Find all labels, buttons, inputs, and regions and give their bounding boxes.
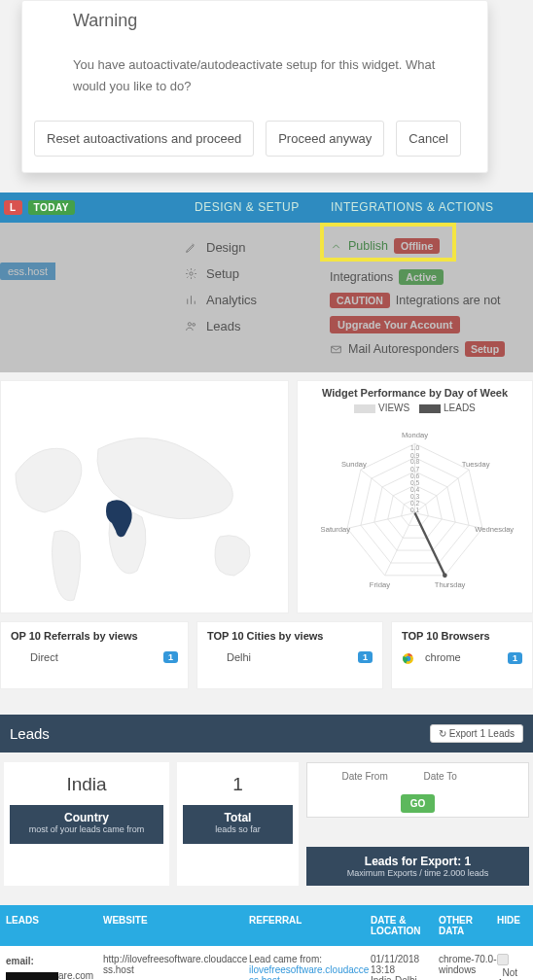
svg-text:0.6: 0.6 bbox=[410, 472, 420, 479]
export-leads-button[interactable]: ↻ Export 1 Leads bbox=[430, 724, 523, 743]
redacted-bar bbox=[6, 972, 58, 980]
cancel-button[interactable]: Cancel bbox=[396, 121, 460, 157]
chevron-up-icon bbox=[330, 240, 342, 253]
leads-table-header: LEADS WEBSITE REFERRAL DATE & LOCATION O… bbox=[0, 905, 533, 946]
world-map-icon bbox=[1, 381, 288, 614]
modal-message: You have autoactivate/autodeactivate set… bbox=[22, 31, 487, 121]
date-from-input[interactable] bbox=[338, 767, 416, 786]
host-tag[interactable]: ess.host bbox=[0, 262, 55, 280]
table-row: email: are.com Wheel Result: Free Shippi… bbox=[0, 946, 533, 980]
publish-label: Publish bbox=[348, 239, 388, 253]
svg-text:0.4: 0.4 bbox=[410, 486, 420, 493]
envelope-icon bbox=[330, 343, 342, 356]
leads-body: India Country most of your leads came fr… bbox=[0, 752, 533, 895]
date-to-input[interactable] bbox=[420, 767, 498, 786]
export-info: Leads for Export: 1 Maximum Exports / ti… bbox=[306, 847, 529, 886]
caution-pill: CAUTION bbox=[330, 293, 390, 308]
top-browsers-panel: TOP 10 Browsers chrome 1 bbox=[391, 621, 533, 689]
upgrade-row[interactable]: Upgrade Your Account bbox=[330, 312, 533, 337]
cell-date: 01/11/2018 13:18 India-Delhi bbox=[371, 954, 439, 980]
referral-item: Direct bbox=[11, 651, 58, 663]
integrations-row[interactable]: Integrations Active bbox=[330, 258, 533, 289]
today-pill: TODAY bbox=[28, 200, 75, 215]
svg-line-16 bbox=[415, 513, 445, 576]
svg-point-1 bbox=[188, 323, 191, 326]
top-browsers-title: TOP 10 Browsers bbox=[402, 630, 522, 642]
top10-row: OP 10 Referrals by views Direct 1 TOP 10… bbox=[0, 621, 533, 701]
chart-legend: VIEWS LEADS bbox=[303, 402, 526, 413]
svg-text:Friday: Friday bbox=[370, 580, 390, 589]
svg-text:0.1: 0.1 bbox=[410, 507, 420, 513]
charts-row: Widget Performance by Day of Week VIEWS … bbox=[0, 372, 533, 621]
svg-text:1.0: 1.0 bbox=[410, 444, 420, 451]
bar-chart-icon bbox=[185, 294, 197, 306]
design-menu: Design Setup Analytics Leads bbox=[185, 223, 326, 372]
menu-design[interactable]: Design bbox=[185, 234, 326, 261]
svg-rect-3 bbox=[332, 346, 341, 353]
top-cities-title: TOP 10 Cities by views bbox=[207, 630, 373, 642]
cell-website: http://ilovefreesoftware.cloudaccess.hos… bbox=[103, 954, 249, 980]
svg-text:0.8: 0.8 bbox=[410, 458, 420, 465]
radar-chart-panel: Widget Performance by Day of Week VIEWS … bbox=[297, 380, 533, 613]
svg-point-17 bbox=[443, 574, 447, 578]
filter-box: GO Leads for Export: 1 Maximum Exports /… bbox=[306, 762, 529, 886]
city-count-badge: 1 bbox=[358, 651, 373, 663]
svg-text:Sunday: Sunday bbox=[341, 460, 367, 469]
section-header: L TODAY DESIGN & SETUP INTEGRATIONS & AC… bbox=[0, 192, 533, 223]
integrations-actions-header[interactable]: INTEGRATIONS & ACTIONS bbox=[331, 200, 533, 215]
world-map-panel bbox=[0, 380, 289, 613]
svg-point-2 bbox=[193, 324, 195, 327]
modal-button-row: Reset autoactivations and proceed Procee… bbox=[22, 121, 487, 157]
svg-line-13 bbox=[385, 513, 415, 576]
offline-pill: Offline bbox=[394, 238, 440, 254]
publish-row[interactable]: Publish Offline bbox=[330, 230, 533, 258]
referral-link[interactable]: ilovefreesoftware.cloudaccess.host bbox=[249, 964, 369, 980]
country-card: India Country most of your leads came fr… bbox=[4, 762, 169, 886]
pencil-icon bbox=[185, 241, 197, 254]
referral-count-badge: 1 bbox=[163, 651, 178, 663]
menu-leads[interactable]: Leads bbox=[185, 313, 326, 339]
go-button[interactable]: GO bbox=[401, 794, 436, 813]
modal-title: Warning bbox=[22, 9, 487, 31]
warning-modal: Warning You have autoactivate/autodeacti… bbox=[21, 0, 488, 173]
cell-other: chrome-70.0-windows bbox=[439, 954, 497, 980]
top-cities-panel: TOP 10 Cities by views Delhi 1 bbox=[196, 621, 383, 689]
leads-title: Leads bbox=[10, 725, 50, 742]
top-referrals-panel: OP 10 Referrals by views Direct 1 bbox=[0, 621, 189, 689]
cell-hide: Not Ava bbox=[497, 954, 527, 980]
menu-analytics[interactable]: Analytics bbox=[185, 287, 326, 313]
svg-text:Thursday: Thursday bbox=[435, 580, 466, 589]
status-pill: L bbox=[4, 200, 22, 215]
reset-autoactivations-button[interactable]: Reset autoactivations and proceed bbox=[34, 121, 254, 157]
radar-chart-icon: Monday Tuesday Wednesday Thursday Friday… bbox=[303, 413, 526, 598]
content-row: ess.host Design Setup Analytics Leads Pu… bbox=[0, 223, 533, 372]
leads-section: Leads ↻ Export 1 Leads India Country mos… bbox=[0, 715, 533, 980]
svg-text:Wednesday: Wednesday bbox=[475, 525, 514, 534]
total-value: 1 bbox=[183, 774, 293, 805]
country-value: India bbox=[10, 774, 163, 805]
hide-toggle[interactable] bbox=[497, 954, 509, 965]
browser-count-badge: 1 bbox=[508, 652, 522, 664]
total-card: 1 Total leads so far bbox=[177, 762, 299, 886]
chart-title: Widget Performance by Day of Week bbox=[303, 385, 526, 402]
design-setup-header[interactable]: DESIGN & SETUP bbox=[195, 200, 331, 215]
chrome-icon bbox=[402, 652, 414, 665]
svg-text:Tuesday: Tuesday bbox=[462, 460, 490, 469]
setup-pill: Setup bbox=[465, 341, 505, 357]
left-col: ess.host bbox=[0, 223, 185, 372]
gear-icon bbox=[185, 267, 197, 280]
proceed-anyway-button[interactable]: Proceed anyway bbox=[266, 121, 384, 157]
top-referrals-title: OP 10 Referrals by views bbox=[11, 630, 178, 642]
caution-row: CAUTION Integrations are not bbox=[330, 289, 533, 312]
mail-row[interactable]: Mail Autoresponders Setup bbox=[330, 337, 533, 361]
active-pill: Active bbox=[399, 269, 444, 285]
svg-point-0 bbox=[190, 272, 193, 275]
menu-setup[interactable]: Setup bbox=[185, 261, 326, 287]
leads-header: Leads ↻ Export 1 Leads bbox=[0, 715, 533, 752]
users-icon bbox=[185, 320, 197, 332]
browser-item: chrome bbox=[425, 651, 461, 663]
upgrade-button[interactable]: Upgrade Your Account bbox=[330, 316, 460, 333]
cell-leads: email: are.com Wheel Result: Free Shippi… bbox=[6, 954, 103, 980]
svg-text:Saturday: Saturday bbox=[321, 525, 351, 534]
integrations-panel: Publish Offline Integrations Active CAUT… bbox=[326, 223, 533, 372]
